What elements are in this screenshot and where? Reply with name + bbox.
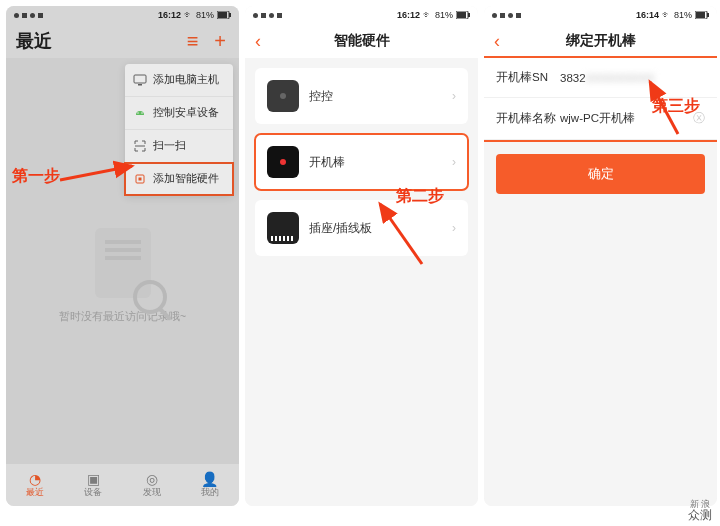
page-title: 智能硬件 [245,32,478,50]
name-value: wjw-PC开机棒 [560,111,693,126]
phone-recent: 16:12 ᯤ 81% 最近 ≡ + 添加电脑主机 [6,6,239,506]
svg-rect-1 [218,12,227,18]
svg-rect-12 [468,13,470,17]
menu-item-label: 控制安卓设备 [153,106,219,120]
tab-recent[interactable]: ◔最近 [6,465,64,506]
tab-devices[interactable]: ▣设备 [64,465,122,506]
monitor-icon [133,73,147,87]
magnifier-icon [133,280,167,314]
svg-point-6 [141,112,143,114]
status-bar: 16:14 ᯤ 81% [484,6,717,24]
bottom-tabs: ◔最近 ▣设备 ◎发现 👤我的 [6,464,239,506]
body: 控控 › 开机棒 › 插座/插线板 › [245,58,478,506]
chevron-right-icon: › [452,155,456,169]
row-name[interactable]: 开机棒名称 wjw-PC开机棒 ⓧ [484,98,717,140]
menu-item-label: 添加智能硬件 [153,172,219,186]
phone-smart-hardware: 16:12 ᯤ 81% ‹ 智能硬件 控控 › 开机棒 › [245,6,478,506]
tab-discover[interactable]: ◎发现 [123,465,181,506]
empty-state: 暂时没有最近访问记录哦~ [6,228,239,324]
svg-rect-4 [138,84,142,86]
device-thumb [267,212,299,244]
hardware-label: 插座/插线板 [309,220,372,237]
hardware-item-boot-stick[interactable]: 开机棒 › [255,134,468,190]
chip-icon [133,172,147,186]
devices-icon: ▣ [87,472,100,486]
empty-doc-icon [95,228,151,298]
menu-item-label: 添加电脑主机 [153,73,219,87]
status-battery: 81% [435,10,453,20]
clear-icon[interactable]: ⓧ [693,110,705,127]
svg-rect-2 [229,13,231,17]
bind-form: 开机棒SN 3832XXXXXXXXX 开机棒名称 wjw-PC开机棒 ⓧ [484,58,717,140]
compass-icon: ◎ [146,472,158,486]
menu-item-add-pc[interactable]: 添加电脑主机 [125,64,233,97]
svg-rect-15 [707,13,709,17]
chevron-right-icon: › [452,221,456,235]
menu-item-scan[interactable]: 扫一扫 [125,130,233,163]
back-icon[interactable]: ‹ [494,32,500,50]
hardware-item-kongkong[interactable]: 控控 › [255,68,468,124]
watermark: 新浪 众测 [688,500,712,522]
svg-rect-9 [139,178,142,181]
page-title: 最近 [16,29,52,53]
svg-rect-14 [696,12,705,18]
chevron-right-icon: › [452,89,456,103]
body: 开机棒SN 3832XXXXXXXXX 开机棒名称 wjw-PC开机棒 ⓧ 确定 [484,58,717,506]
menu-item-label: 扫一扫 [153,139,186,153]
menu-item-control-android[interactable]: 控制安卓设备 [125,97,233,130]
status-battery: 81% [674,10,692,20]
sn-value: 3832XXXXXXXXX [560,72,705,84]
three-phone-tutorial: 16:12 ᯤ 81% 最近 ≡ + 添加电脑主机 [0,0,720,513]
name-label: 开机棒名称 [496,111,560,126]
hardware-item-socket[interactable]: 插座/插线板 › [255,200,468,256]
header: ‹ 绑定开机棒 [484,24,717,58]
add-dropdown: 添加电脑主机 控制安卓设备 扫一扫 [125,64,233,195]
status-bar: 16:12 ᯤ 81% [6,6,239,24]
header: ‹ 智能硬件 [245,24,478,58]
row-sn[interactable]: 开机棒SN 3832XXXXXXXXX [484,58,717,98]
svg-rect-11 [457,12,466,18]
status-time: 16:12 [397,10,420,20]
scan-icon [133,139,147,153]
hardware-label: 开机棒 [309,154,345,171]
body: 添加电脑主机 控制安卓设备 扫一扫 [6,58,239,464]
header: 最近 ≡ + [6,24,239,58]
add-icon[interactable]: + [211,31,229,51]
status-battery: 81% [196,10,214,20]
tab-profile[interactable]: 👤我的 [181,465,239,506]
person-icon: 👤 [201,472,218,486]
status-bar: 16:12 ᯤ 81% [245,6,478,24]
phone-bind-boot-stick: 16:14 ᯤ 81% ‹ 绑定开机棒 开机棒SN 3832XXXXXXXXX … [484,6,717,506]
menu-item-add-smart-hardware[interactable]: 添加智能硬件 [125,163,233,195]
status-time: 16:12 [158,10,181,20]
svg-point-5 [137,112,139,114]
android-icon [133,106,147,120]
device-thumb [267,80,299,112]
menu-icon[interactable]: ≡ [183,31,201,51]
clock-icon: ◔ [29,472,41,486]
page-title: 绑定开机棒 [484,32,717,50]
status-time: 16:14 [636,10,659,20]
sn-label: 开机棒SN [496,70,560,85]
confirm-button[interactable]: 确定 [496,154,705,194]
svg-rect-3 [134,75,146,83]
hardware-label: 控控 [309,88,333,105]
device-thumb [267,146,299,178]
back-icon[interactable]: ‹ [255,32,261,50]
